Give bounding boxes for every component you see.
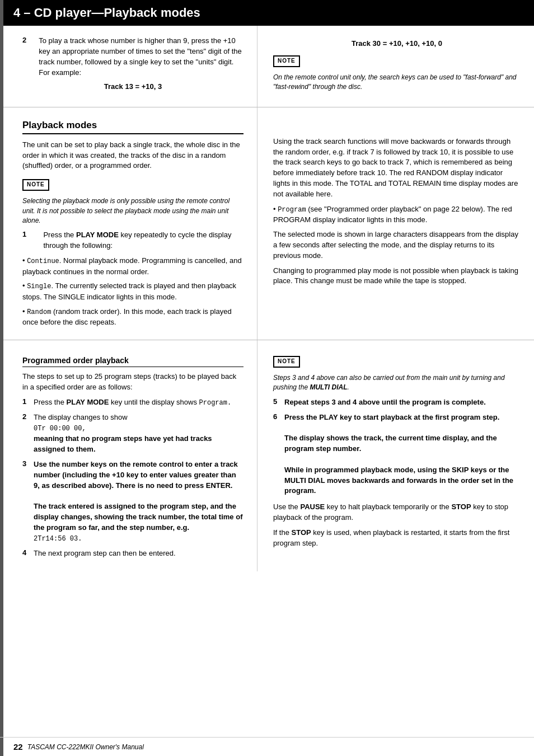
prog-note-label: NOTE — [278, 358, 296, 364]
prog-step5: 5 Repeat steps 3 and 4 above until the p… — [273, 397, 521, 408]
bullet-continue: Continue. Normal playback mode. Programm… — [22, 256, 243, 277]
prog-step6-num: 6 — [273, 412, 284, 497]
prog-step3-num: 3 — [22, 459, 34, 544]
prog-step2-body: The display changes to show0Tr 00:00 00,… — [34, 412, 243, 455]
track-example-2: Track 30 = +10, +10, +10, 0 — [273, 39, 521, 48]
playback-left: Playback modes The unit can be set to pl… — [0, 107, 257, 340]
page-header: 4 – CD player—Playback modes — [0, 0, 534, 26]
playback-right: Using the track search functions will mo… — [257, 107, 534, 340]
playback-intro: The unit can be set to play back a singl… — [22, 140, 243, 172]
programmed-steps-right: 5 Repeat steps 3 and 4 above until the p… — [273, 397, 521, 497]
page-title: 4 – CD player—Playback modes — [13, 6, 200, 20]
programmed-intro: The steps to set up to 25 program steps … — [22, 372, 243, 393]
prog-step6-body: Press the PLAY key to start playback at … — [284, 412, 521, 497]
prog-note-box: NOTE — [273, 356, 300, 368]
prog-step5-bold: Repeat steps 3 and 4 above until the pro… — [284, 398, 486, 406]
prog-step5-body: Repeat steps 3 and 4 above until the pro… — [284, 397, 521, 408]
intro-note-label: NOTE — [278, 58, 296, 64]
playback-bullets: Continue. Normal playback mode. Programm… — [22, 256, 243, 328]
prog-para1: Use the PAUSE key to halt playback tempo… — [273, 502, 521, 523]
playback-note-box: NOTE — [22, 179, 49, 191]
playback-note-text: Selecting the playback mode is only poss… — [22, 196, 243, 226]
programmed-section-title: Programmed order playback — [22, 356, 243, 367]
prog-note-wrapper: NOTE Steps 3 and 4 above can also be car… — [273, 353, 521, 393]
programmed-steps-left: 1 Press the PLAY MODE key until the disp… — [22, 397, 243, 559]
intro-right: Track 30 = +10, +10, +10, 0 NOTE On the … — [257, 26, 534, 107]
intro-left: 2 To play a track whose number is higher… — [0, 26, 257, 107]
intro-note-box: NOTE — [273, 55, 300, 67]
footer: 22 TASCAM CC-222MKII Owner's Manual — [0, 737, 534, 756]
prog-step6-sub1: The display shows the track, the current… — [284, 434, 497, 453]
bullet-random-mono: Random — [27, 308, 51, 316]
bullet-random-text: (random track order). In this mode, each… — [22, 307, 232, 326]
prog-step2: 2 The display changes to show0Tr 00:00 0… — [22, 412, 243, 455]
prog-note-text: Steps 3 and 4 above can also be carried … — [273, 373, 521, 393]
prog-step5-num: 5 — [273, 397, 284, 408]
prog-step3: 3 Use the number keys on the remote cont… — [22, 459, 243, 544]
prog-step1: 1 Press the PLAY MODE key until the disp… — [22, 397, 243, 408]
programmed-left: Programmed order playback The steps to s… — [0, 340, 257, 571]
prog-step4-body: The next program step can then be entere… — [34, 548, 243, 559]
prog-note-bold: MULTI DIAL — [310, 383, 347, 391]
playback-right-bullets: Program (see "Programmed order playback"… — [273, 204, 521, 226]
prog-step4-num: 4 — [22, 548, 34, 559]
playback-step1-text: Press the PLAY MODE key repeatedly to cy… — [43, 230, 243, 251]
playback-right-para2: The selected mode is shown in large char… — [273, 229, 521, 261]
bullet-program-text: (see "Programmed order playback" on page… — [273, 205, 512, 224]
prog-para1-text1: Use the — [273, 503, 300, 511]
playback-right-para1: Using the track search functions will mo… — [273, 137, 521, 200]
left-bar — [0, 0, 3, 756]
bullet-random: Random (random track order). In this mod… — [22, 307, 243, 328]
page: 4 – CD player—Playback modes 2 To play a… — [0, 0, 534, 756]
prog-para2-text1: If the — [273, 528, 292, 537]
prog-para1-bold1: PAUSE — [300, 503, 325, 511]
playback-step1: 1 Press the PLAY MODE key repeatedly to … — [22, 230, 243, 251]
prog-step1-body: Press the PLAY MODE key until the displa… — [34, 397, 243, 408]
bullet-single: Single. The currently selected track is … — [22, 281, 243, 302]
step-2-text: To play a track whose number is higher t… — [39, 36, 243, 78]
step-2-item: 2 To play a track whose number is higher… — [22, 36, 243, 78]
bullet-program: Program (see "Programmed order playback"… — [273, 204, 521, 226]
programmed-right: NOTE Steps 3 and 4 above can also be car… — [257, 340, 534, 571]
prog-step4: 4 The next program step can then be ente… — [22, 548, 243, 559]
bullet-single-mono: Single — [27, 283, 51, 290]
track-example-1: Track 13 = +10, 3 — [22, 82, 243, 91]
playback-note-wrapper: NOTE Selecting the playback mode is only… — [22, 176, 243, 226]
prog-para2-bold: STOP — [292, 528, 311, 537]
prog-para1-text1b: key to halt playback temporarily or the — [325, 503, 451, 511]
playback-section: Playback modes The unit can be set to pl… — [0, 107, 534, 340]
intro-section: 2 To play a track whose number is higher… — [0, 26, 534, 107]
prog-note-text2: . — [348, 383, 349, 391]
prog-step1-num: 1 — [22, 397, 34, 408]
prog-note-text-span: Steps 3 and 4 above can also be carried … — [273, 374, 505, 391]
intro-note-text: On the remote control unit only, the sea… — [273, 73, 521, 92]
prog-step2-num: 2 — [22, 412, 34, 455]
prog-step6-sub2: While in programmed playback mode, using… — [284, 466, 513, 495]
prog-step6: 6 Press the PLAY key to start playback a… — [273, 412, 521, 497]
prog-step3-body: Use the number keys on the remote contro… — [34, 459, 243, 544]
playback-step1-num: 1 — [22, 230, 31, 251]
footer-brand: TASCAM CC-222MKII Owner's Manual — [27, 743, 144, 751]
step-2-num: 2 — [22, 36, 26, 78]
prog-para1-bold2: STOP — [451, 503, 471, 511]
prog-para2: If the STOP key is used, when playback i… — [273, 528, 521, 549]
playback-right-para3: Changing to programmed play mode is not … — [273, 266, 521, 287]
footer-page-num: 22 — [13, 742, 23, 752]
bullet-single-text: . The currently selected track is played… — [22, 281, 236, 300]
intro-note-wrapper: NOTE On the remote control unit only, th… — [273, 52, 521, 92]
prog-step6-bold: Press the PLAY key to start playback at … — [284, 413, 499, 421]
bullet-continue-mono: Continue — [27, 257, 59, 265]
playback-section-title: Playback modes — [22, 120, 243, 134]
bullet-program-mono: Program — [278, 206, 306, 214]
playback-note-label: NOTE — [27, 181, 45, 187]
programmed-section: Programmed order playback The steps to s… — [0, 340, 534, 605]
